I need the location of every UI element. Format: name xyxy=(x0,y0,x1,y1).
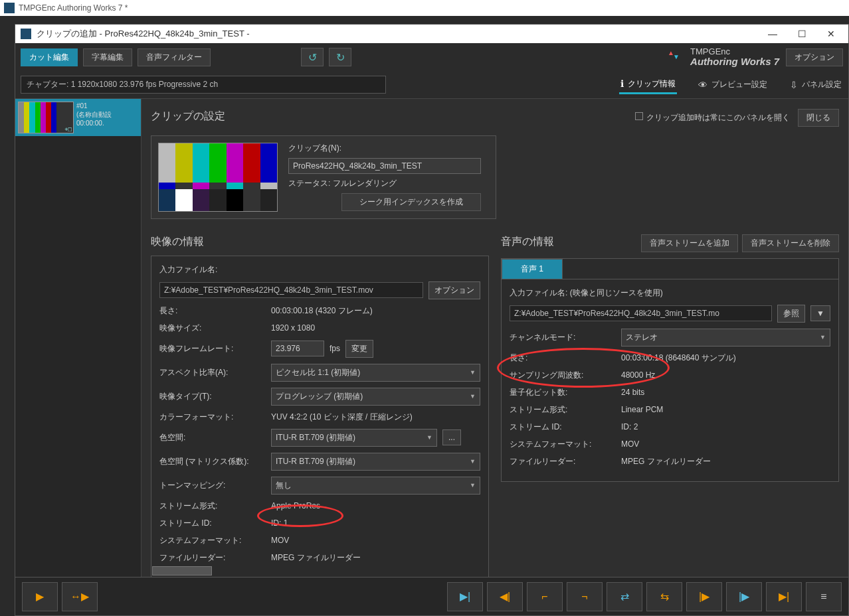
clip-name-label: クリップ名(N): xyxy=(288,143,481,154)
matrix-select[interactable]: ITU-R BT.709 (初期値) xyxy=(271,453,480,471)
redo-icon[interactable]: ↻ xyxy=(329,48,351,66)
colorspace-more-button[interactable]: ... xyxy=(442,429,461,445)
outer-titlebar: TMPGEnc Authoring Works 7 * xyxy=(0,0,849,16)
audio-sample-rate: 48000 Hz xyxy=(621,370,655,380)
audio-filter-button[interactable]: 音声フィルター xyxy=(138,48,211,66)
delete-audio-stream-button[interactable]: 音声ストリームを削除 xyxy=(742,234,839,252)
video-stream-format: Apple ProRes xyxy=(271,501,320,510)
video-input-path[interactable] xyxy=(159,282,423,298)
section-title: クリップの設定 xyxy=(151,110,225,123)
status-label: ステータス: xyxy=(288,179,330,188)
clip-list-item[interactable]: #01 (名称自動設 00:00:00. xyxy=(15,99,141,136)
audio-input-label: 入力ファイル名: (映像と同じソースを使用) xyxy=(510,287,663,299)
mark-out-button[interactable]: |▶ xyxy=(726,582,762,611)
show-panel-checkbox[interactable]: クリップ追加時は常にこのパネルを開く xyxy=(635,112,790,123)
tab-clip-info[interactable]: ℹクリップ情報 xyxy=(619,76,677,94)
loop-button[interactable]: ⇄ xyxy=(607,582,642,611)
video-stream-id: ID: 1 xyxy=(271,518,288,528)
close-button[interactable]: 閉じる xyxy=(798,109,839,127)
outer-title: TMPGEnc Authoring Works 7 * xyxy=(19,3,128,13)
video-option-button[interactable]: オプション xyxy=(428,281,480,299)
inner-window: クリップの追加 - ProRes422HQ_48k24b_3min_TEST -… xyxy=(15,24,849,616)
maximize-icon[interactable]: ☐ xyxy=(795,29,808,39)
download-icon: ⇩ xyxy=(790,80,798,90)
play-button[interactable]: ▶ xyxy=(22,582,58,611)
chapter-info: チャプター: 1 1920x1080 23.976 fps Progressiv… xyxy=(21,76,386,94)
video-sys-format: MOV xyxy=(271,536,289,545)
info-row: チャプター: 1 1920x1080 23.976 fps Progressiv… xyxy=(15,72,848,99)
logo-line1: TMPGEnc xyxy=(690,47,779,56)
menu-button[interactable]: ≡ xyxy=(806,582,842,611)
channel-mode-select[interactable]: ステレオ xyxy=(621,329,830,346)
tab-preview-settings[interactable]: 👁プレビュー設定 xyxy=(697,76,769,93)
video-input-label: 入力ファイル名: xyxy=(159,264,266,275)
video-reader: MPEG ファイルリーダー xyxy=(271,552,361,564)
aspect-select[interactable]: ピクセル比 1:1 (初期値) xyxy=(271,364,480,382)
fps-change-button[interactable]: 変更 xyxy=(345,340,373,358)
clip-time: 00:00:00. xyxy=(76,119,112,127)
fps-input[interactable] xyxy=(271,341,324,356)
clip-list: #01 (名称自動設 00:00:00. xyxy=(15,99,142,615)
video-info-panel: 入力ファイル名: オプション 長さ:00:03:00.18 (4320 フレーム… xyxy=(151,256,489,578)
audio-stream-id: ID: 2 xyxy=(621,422,638,431)
inner-titlebar: クリップの追加 - ProRes422HQ_48k24b_3min_TEST -… xyxy=(15,25,848,43)
color-format: YUV 4:2:2 (10 ビット深度 / 圧縮レンジ) xyxy=(271,412,413,423)
subtitle-edit-button[interactable]: 字幕編集 xyxy=(83,48,132,66)
video-type-select[interactable]: プログレッシブ (初期値) xyxy=(271,388,480,406)
audio-section-title: 音声の情報 xyxy=(501,235,554,249)
option-button[interactable]: オプション xyxy=(786,48,843,66)
clip-id: #01 xyxy=(76,102,112,110)
tone-select[interactable]: 無し xyxy=(271,477,480,495)
audio-sys-format: MOV xyxy=(621,439,639,449)
horizontal-scrollbar[interactable] xyxy=(152,566,212,576)
add-audio-stream-button[interactable]: 音声ストリームを追加 xyxy=(641,234,738,252)
audio-stream-format: Linear PCM xyxy=(621,405,663,414)
main-toolbar: カット編集 字幕編集 音声フィルター ↺ ↻ TMPGEnc Authoring… xyxy=(15,43,848,72)
clip-thumbnail xyxy=(18,102,74,133)
browse-button[interactable]: 参照 xyxy=(777,305,805,323)
video-section-title: 映像の情報 xyxy=(151,235,489,249)
audio-reader: MPEG ファイルリーダー xyxy=(621,456,711,467)
undo-icon[interactable]: ↺ xyxy=(301,48,324,66)
status-value: フルレンダリング xyxy=(333,179,397,188)
clip-name-input[interactable] xyxy=(288,158,481,174)
dialog-icon xyxy=(21,29,31,39)
cut-edit-button[interactable]: カット編集 xyxy=(21,48,78,66)
next-button[interactable]: ▶| xyxy=(766,582,802,611)
clip-settings-panel: クリップ名(N): ステータス: フルレンダリング シーク用インデックスを作成 xyxy=(151,135,496,219)
step-back-button[interactable]: ◀| xyxy=(487,582,523,611)
mark-in-button[interactable]: ▶| xyxy=(447,582,483,611)
video-size: 1920 x 1080 xyxy=(271,323,315,333)
range-play-button[interactable]: ↔▶ xyxy=(62,582,98,611)
bracket-close-button[interactable]: ¬ xyxy=(567,582,603,611)
clip-name: (名称自動設 xyxy=(76,110,112,119)
transport-bar: ▶ ↔▶ ▶| ◀| ⌐ ¬ ⇄ ⇆ |▶ |▶ ▶| ≡ xyxy=(15,577,848,615)
video-length: 00:03:00.18 (4320 フレーム) xyxy=(271,305,373,317)
audio-bit-depth: 24 bits xyxy=(621,388,644,397)
step-fwd-button[interactable]: |▶ xyxy=(686,582,722,611)
audio-length: 00:03:00.18 (8648640 サンプル) xyxy=(621,352,736,364)
logo: TMPGEnc Authoring Works 7 オプション xyxy=(668,47,843,68)
seek-index-button[interactable]: シーク用インデックスを作成 xyxy=(341,193,481,211)
audio-dropdown-button[interactable]: ▼ xyxy=(810,305,830,321)
bracket-open-button[interactable]: ⌐ xyxy=(527,582,563,611)
logo-line2: Authoring Works 7 xyxy=(690,56,779,67)
close-icon[interactable]: ✕ xyxy=(824,29,838,39)
logo-icon xyxy=(668,49,684,65)
info-icon: ℹ xyxy=(620,78,624,89)
preview-thumbnail xyxy=(158,143,278,212)
loop2-button[interactable]: ⇆ xyxy=(646,582,682,611)
app-icon xyxy=(4,3,15,13)
audio-input-path[interactable] xyxy=(510,305,772,321)
audio-tab-1[interactable]: 音声 1 xyxy=(502,259,563,279)
inner-title: クリップの追加 - ProRes422HQ_48k24b_3min_TEST - xyxy=(37,28,250,40)
colorspace-select[interactable]: ITU-R BT.709 (初期値) xyxy=(271,429,437,447)
audio-info-panel: 音声 1 入力ファイル名: (映像と同じソースを使用) 参照 ▼ チャンネルモー… xyxy=(501,258,839,482)
minimize-icon[interactable]: — xyxy=(766,29,779,39)
tab-panel-settings[interactable]: ⇩パネル設定 xyxy=(789,76,843,93)
eye-icon: 👁 xyxy=(698,80,708,90)
